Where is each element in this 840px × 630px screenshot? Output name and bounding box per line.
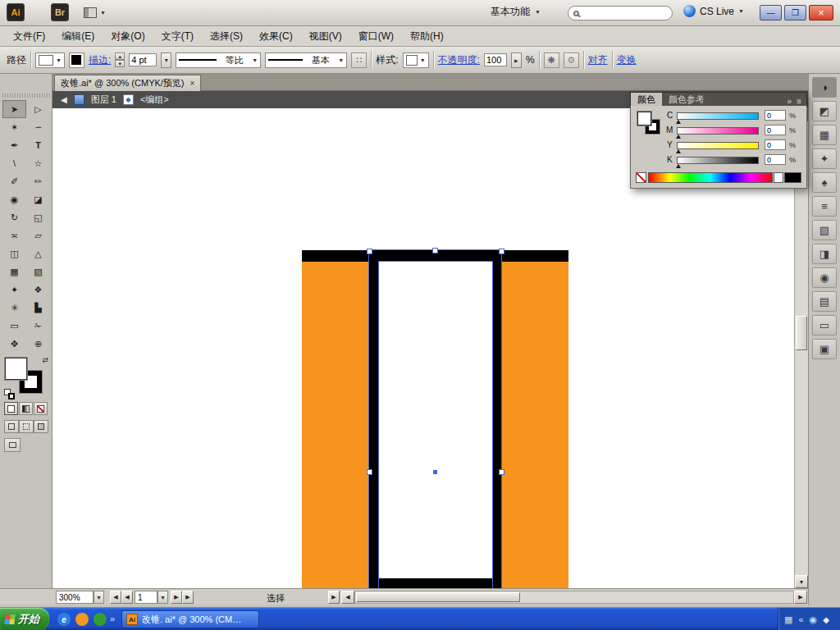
cyan-slider-thumb[interactable] (676, 120, 681, 124)
menu-item-effect[interactable]: 效果(C) (251, 26, 301, 46)
panel-icon-artboards[interactable]: ▭ (812, 315, 837, 336)
scroll-down-button[interactable]: ▼ (795, 575, 808, 588)
panel-icon-appearance[interactable]: ◉ (812, 267, 837, 288)
tool-width[interactable]: ≍ (2, 226, 26, 244)
stepper-down-icon[interactable]: ▼ (115, 60, 125, 67)
style-select[interactable]: ▼ (403, 52, 429, 68)
menu-item-view[interactable]: 视图(V) (301, 26, 350, 46)
tab-close-icon[interactable]: × (190, 79, 195, 88)
zoom-dropdown-icon[interactable]: ▼ (94, 591, 104, 604)
fill-proxy-swatch[interactable] (5, 358, 27, 380)
default-stroke-mini-icon[interactable] (8, 393, 15, 399)
restore-button[interactable]: ❐ (784, 5, 806, 21)
breadcrumb-group-label[interactable]: <编组> (140, 94, 169, 106)
none-mode-button[interactable] (34, 402, 48, 415)
selection-handle-mid-left[interactable] (367, 469, 372, 475)
next-artboard-button[interactable]: ▶ (171, 591, 182, 604)
live-trace-icon[interactable]: ⚙ (564, 52, 579, 68)
menu-item-select[interactable]: 选择(S) (202, 26, 251, 46)
selection-handle-top-right[interactable] (499, 249, 504, 254)
brush-options-icon[interactable]: ∷ (351, 52, 367, 68)
cs-live-button[interactable]: CS Live ▼ (683, 5, 744, 17)
panel-icon-stroke[interactable]: ≡ (812, 196, 837, 217)
draw-inside-button[interactable] (34, 420, 48, 433)
fill-color-control[interactable]: ▼ (35, 52, 65, 68)
panel-icon-graphic-styles[interactable]: ▤ (812, 291, 837, 312)
align-panel-link[interactable]: 对齐 (588, 53, 608, 67)
opacity-slider-icon[interactable]: ▶ (511, 52, 522, 68)
panel-icon-brushes[interactable]: ✦ (812, 148, 837, 169)
menu-item-object[interactable]: 对象(O) (103, 26, 153, 46)
tool-mesh[interactable]: ▦ (2, 262, 26, 281)
taskbar-window-button[interactable]: Ai 改锥. ai* @ 300% (CM… (121, 610, 259, 628)
color-mode-button[interactable] (4, 402, 18, 415)
white-swatch[interactable] (774, 172, 783, 183)
tool-shape-builder[interactable]: ◫ (2, 244, 26, 262)
black-slider-thumb[interactable] (676, 164, 681, 168)
transform-panel-link[interactable]: 变换 (617, 53, 637, 67)
menu-item-edit[interactable]: 编辑(E) (53, 26, 103, 46)
quick-launch-icon-2[interactable] (75, 613, 89, 626)
tool-perspective-grid[interactable]: △ (26, 244, 50, 262)
yellow-slider-thumb[interactable] (676, 149, 681, 153)
start-button[interactable]: 开始 (0, 608, 49, 630)
menu-item-file[interactable]: 文件(F) (5, 26, 53, 46)
tool-direct-selection[interactable]: ▷ (26, 100, 50, 118)
tool-artboard[interactable]: ▭ (2, 317, 26, 335)
tool-eyedropper[interactable]: ✦ (2, 281, 26, 299)
tool-hand[interactable]: ✥ (2, 335, 26, 353)
keyboard-layout-icon[interactable]: ▦ (784, 614, 792, 625)
selection-handle-mid-right[interactable] (499, 469, 504, 475)
color-spectrum-bar[interactable] (648, 172, 773, 183)
tool-lasso[interactable]: ∽ (26, 118, 50, 136)
tool-scale[interactable]: ◱ (26, 208, 50, 226)
tool-blob-brush[interactable]: ◉ (2, 190, 26, 208)
menu-item-help[interactable]: 帮助(H) (402, 26, 452, 46)
panel-icon-transparency[interactable]: ◨ (812, 244, 837, 264)
stroke-weight-dropdown-icon[interactable]: ▼ (161, 52, 171, 68)
horizontal-scrollbar[interactable] (354, 591, 794, 604)
tool-eraser[interactable]: ◪ (26, 190, 50, 208)
scroll-left-button[interactable]: ◀ (341, 591, 354, 604)
yellow-slider-track[interactable] (677, 142, 759, 149)
swap-fill-stroke-icon[interactable]: ⇄ (42, 356, 48, 364)
search-box[interactable] (568, 6, 673, 21)
artboard-number-input[interactable] (138, 593, 153, 602)
scroll-right-button[interactable]: ▶ (794, 591, 807, 604)
toolbox-grip[interactable] (2, 94, 50, 98)
magenta-slider-track[interactable] (677, 127, 759, 135)
tool-slice[interactable]: ✁ (26, 317, 50, 335)
panel-fill-proxy[interactable] (637, 112, 651, 126)
back-arrow-icon[interactable]: ◀ (61, 95, 67, 104)
artboard-navigation[interactable] (135, 591, 158, 604)
panel-icon-gradient[interactable]: ▧ (812, 220, 837, 240)
tool-magic-wand[interactable]: ✶ (2, 118, 26, 136)
recolor-artwork-icon[interactable]: ❋ (544, 52, 559, 68)
cyan-slider-track[interactable] (677, 112, 759, 120)
workspace-switcher[interactable]: 基本功能 ▼ (491, 5, 541, 19)
selection-handle-top-center[interactable] (432, 248, 438, 253)
magenta-slider-thumb[interactable] (676, 135, 681, 139)
brush-definition-select[interactable]: 基本 ▼ (265, 52, 347, 68)
yellow-value-input[interactable] (765, 139, 786, 150)
panel-icon-color[interactable]: ◑ (812, 77, 837, 98)
selection-center-point[interactable] (433, 470, 437, 474)
tray-status-icon[interactable]: ◉ (810, 614, 818, 625)
artwork-orange-right[interactable] (502, 251, 568, 588)
zoom-input[interactable] (59, 593, 85, 602)
panel-icon-color-guide[interactable]: ◩ (812, 101, 837, 121)
zoom-control[interactable] (56, 591, 94, 604)
stroke-weight-input[interactable] (129, 53, 157, 66)
vertical-scroll-thumb[interactable] (796, 316, 807, 350)
tool-pen[interactable]: ✒ (2, 136, 26, 154)
arrange-dropdown-icon[interactable]: ▼ (100, 10, 106, 16)
tool-column-graph[interactable]: ▙ (26, 299, 50, 317)
tab-color[interactable]: 颜色 (631, 93, 662, 106)
tool-pencil[interactable]: ✏ (26, 172, 50, 190)
status-menu-button[interactable]: ▶ (328, 591, 340, 604)
draw-behind-button[interactable] (19, 420, 34, 433)
gradient-mode-button[interactable] (19, 402, 33, 415)
quick-launch-overflow-icon[interactable]: » (110, 614, 115, 623)
stroke-panel-link[interactable]: 描边: (89, 53, 111, 67)
tray-device-icon[interactable]: ◆ (823, 615, 829, 624)
